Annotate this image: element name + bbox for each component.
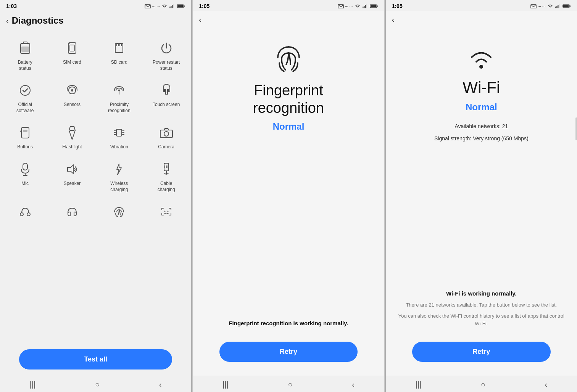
- power-icon: [158, 40, 175, 56]
- nav-menu-2[interactable]: |||: [222, 380, 229, 389]
- status-icons-2: ∞ ···: [338, 4, 378, 8]
- nav-menu-3[interactable]: |||: [415, 380, 421, 389]
- grid-camera[interactable]: Camera: [143, 118, 190, 155]
- wifi-name: Wi-Fi: [463, 78, 500, 97]
- battery-icon-status: [177, 4, 185, 8]
- wifi-icon-status: [161, 4, 168, 8]
- email-icon-2: [338, 4, 344, 8]
- flashlight-label: Flashlight: [62, 144, 82, 150]
- svg-point-18: [20, 85, 30, 95]
- back-button-2[interactable]: ‹: [193, 11, 384, 29]
- diagnostics-grid: Batterystatus SIM card SD card: [0, 31, 191, 346]
- camera-icon: [158, 124, 175, 141]
- wifi-signal-strength: Signal strength: Very strong (650 Mbps): [434, 135, 529, 141]
- wifi-detail-content: Wi-Fi Normal Available networks: 21 Sign…: [386, 29, 577, 376]
- wifi-icon-2: [355, 4, 361, 8]
- grid-flashlight[interactable]: Flashlight: [48, 118, 95, 155]
- svg-rect-35: [23, 163, 27, 170]
- svg-rect-58: [558, 5, 558, 8]
- svg-rect-2: [171, 6, 172, 8]
- svg-rect-48: [363, 7, 363, 8]
- nav-home-1[interactable]: ○: [95, 380, 100, 389]
- diagnostics-header: ‹ Diagnostics: [0, 11, 191, 31]
- phone3-wifi: 1:05 ∞ ··· ‹ Wi-Fi Normal: [385, 0, 577, 392]
- buttons-icon: [17, 124, 34, 141]
- sd-icon: [111, 40, 127, 56]
- retry-button-2[interactable]: Retry: [219, 342, 358, 362]
- grid-cable-charging[interactable]: Cablecharging: [143, 155, 190, 197]
- sensors-label: Sensors: [64, 102, 81, 108]
- status-icons-3: ∞ ···: [530, 4, 571, 8]
- grid-official-software[interactable]: Officialsoftware: [2, 76, 48, 118]
- svg-rect-54: [377, 5, 378, 6]
- svg-rect-12: [70, 45, 74, 51]
- grid-earphone[interactable]: [2, 197, 48, 228]
- nav-home-3[interactable]: ○: [481, 380, 485, 389]
- battery-icon: [17, 40, 34, 56]
- svg-point-43: [20, 213, 23, 216]
- retry-button-3[interactable]: Retry: [412, 342, 551, 362]
- proximity-label: Proximityrecognition: [108, 102, 131, 114]
- svg-rect-59: [559, 4, 559, 8]
- grid-wireless-charging[interactable]: Wirelesscharging: [96, 155, 143, 197]
- grid-mic[interactable]: Mic: [2, 155, 48, 197]
- grid-proximity[interactable]: Proximityrecognition: [96, 76, 143, 118]
- svg-point-19: [71, 89, 73, 92]
- status-time-2: 1:05: [199, 3, 210, 9]
- page-title-1: Diagnostics: [12, 15, 64, 26]
- nav-menu-1[interactable]: |||: [30, 380, 36, 389]
- status-bar-2: 1:05 ∞ ···: [193, 0, 384, 11]
- speaker-label: Speaker: [64, 181, 81, 187]
- camera-label: Camera: [158, 144, 174, 150]
- svg-point-44: [27, 213, 30, 216]
- scroll-indicator: [575, 117, 577, 140]
- svg-rect-7: [184, 5, 185, 6]
- grid-sd-card[interactable]: SD card: [96, 34, 143, 76]
- grid-touch-screen[interactable]: Touch screen: [143, 76, 190, 118]
- grid-fingerprint2[interactable]: [96, 197, 143, 228]
- wifi-networks-count: Available networks: 21: [455, 123, 508, 129]
- status-time-1: 1:03: [6, 3, 17, 9]
- vibration-label: Vibration: [110, 144, 128, 150]
- wifi-status: Normal: [466, 102, 497, 112]
- misc-icons-2: ∞ ···: [345, 4, 353, 8]
- wifi-info: Wi-Fi is working normally. There are 21 …: [395, 290, 568, 331]
- svg-rect-51: [366, 4, 367, 8]
- back-button-3[interactable]: ‹: [386, 11, 577, 29]
- mic-icon: [17, 161, 34, 178]
- wireless-charging-label: Wirelesscharging: [110, 181, 128, 193]
- grid-sim-card[interactable]: SIM card: [48, 34, 95, 76]
- buttons-label: Buttons: [17, 144, 33, 150]
- grid-vibration[interactable]: Vibration: [96, 118, 143, 155]
- email-icon-3: [530, 4, 537, 8]
- grid-power-restart[interactable]: Power restartstatus: [143, 34, 190, 76]
- grid-headphones[interactable]: [48, 197, 95, 228]
- grid-sensors[interactable]: Sensors: [48, 76, 95, 118]
- svg-rect-62: [570, 5, 571, 6]
- email-icon: [145, 4, 151, 8]
- fingerprint-working: Fingerprint recognition is working norma…: [229, 320, 348, 326]
- svg-marker-38: [68, 165, 73, 174]
- grid-face-recognition[interactable]: [143, 197, 190, 228]
- test-all-button[interactable]: Test all: [19, 349, 172, 370]
- nav-back-2[interactable]: ‹: [352, 380, 355, 389]
- fingerprint-big-icon: [273, 44, 304, 74]
- nav-back-3[interactable]: ‹: [545, 380, 547, 389]
- official-software-label: Officialsoftware: [16, 102, 34, 114]
- svg-point-45: [164, 211, 165, 212]
- wifi-desc-1: There are 21 networks available. Tap the…: [398, 301, 565, 309]
- wifi-icon-3: [547, 4, 553, 8]
- cable-charging-label: Cablecharging: [158, 181, 175, 193]
- nav-home-2[interactable]: ○: [288, 380, 292, 389]
- status-bar-1: 1:03 ∞ ···: [0, 0, 191, 11]
- back-button-1[interactable]: ‹: [6, 16, 9, 25]
- grid-speaker[interactable]: Speaker: [48, 155, 95, 197]
- battery-icon-3: [562, 4, 571, 8]
- svg-point-34: [164, 132, 169, 136]
- touch-screen-label: Touch screen: [153, 102, 180, 108]
- earphone-icon: [17, 203, 34, 220]
- svg-rect-26: [116, 129, 122, 136]
- grid-battery-status[interactable]: Batterystatus: [2, 34, 48, 76]
- nav-back-1[interactable]: ‹: [159, 380, 162, 389]
- grid-buttons[interactable]: Buttons: [2, 118, 48, 155]
